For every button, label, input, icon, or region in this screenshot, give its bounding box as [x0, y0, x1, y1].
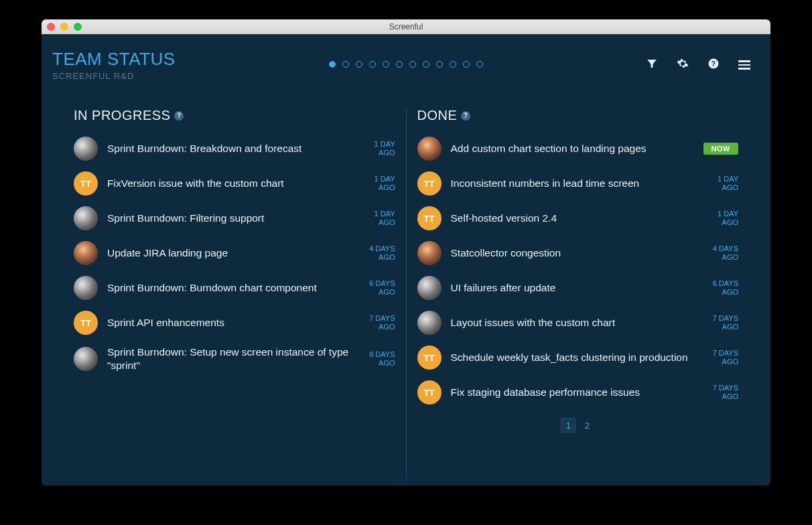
task-row[interactable]: Add custom chart section to landing page…: [417, 137, 739, 161]
task-title: Self-hosted version 2.4: [451, 212, 697, 225]
task-time: 7 DAYS AGO: [706, 349, 738, 366]
task-title: FixVersion issue with the custom chart: [107, 177, 354, 190]
task-title: Inconsistent numbers in lead time screen: [451, 177, 697, 190]
task-row[interactable]: Sprint Burndown: Setup new screen instan…: [74, 346, 395, 372]
column-title: DONE: [417, 108, 458, 123]
task-time: 7 DAYS AGO: [706, 384, 738, 401]
header-actions: ?: [646, 58, 750, 72]
task-title: Add custom chart section to landing page…: [451, 142, 694, 155]
carousel-dot[interactable]: [463, 61, 470, 68]
task-row[interactable]: TTFixVersion issue with the custom chart…: [74, 171, 395, 196]
task-title: UI failures after update: [451, 281, 697, 295]
task-row[interactable]: Layout issues with the custom chart7 DAY…: [417, 311, 739, 335]
task-time: 1 DAY AGO: [363, 210, 395, 227]
avatar: TT: [417, 206, 442, 230]
task-time: 1 DAY AGO: [706, 175, 738, 192]
avatar: TT: [74, 171, 98, 196]
task-title: Fix staging database performance issues: [451, 386, 697, 399]
task-row[interactable]: TTInconsistent numbers in lead time scre…: [417, 171, 739, 196]
carousel-dot[interactable]: [383, 61, 389, 68]
avatar: TT: [417, 171, 442, 196]
help-icon[interactable]: ?: [707, 58, 720, 72]
carousel-dots: [329, 61, 483, 68]
avatar: [417, 241, 442, 265]
task-time: 7 DAYS AGO: [706, 314, 738, 331]
column-divider: [406, 108, 407, 479]
filter-icon[interactable]: [646, 58, 658, 72]
help-badge-icon[interactable]: ?: [174, 111, 184, 121]
avatar: [74, 206, 98, 230]
task-row[interactable]: Sprint Burndown: Burndown chart componen…: [74, 276, 395, 300]
carousel-dot[interactable]: [409, 61, 416, 68]
task-title: Sprint Burndown: Setup new screen instan…: [107, 346, 354, 372]
avatar: [74, 276, 98, 300]
carousel-dot[interactable]: [369, 61, 376, 68]
column-header-in-progress: IN PROGRESS ?: [74, 108, 395, 123]
avatar: TT: [417, 380, 442, 404]
carousel-dot[interactable]: [423, 61, 429, 68]
page-button[interactable]: 2: [580, 418, 594, 433]
svg-text:?: ?: [712, 60, 716, 68]
carousel-dot[interactable]: [450, 61, 456, 68]
task-row[interactable]: TTSprint API enhancements7 DAYS AGO: [74, 311, 395, 335]
carousel-dot[interactable]: [476, 61, 483, 68]
task-row[interactable]: TTSelf-hosted version 2.41 DAY AGO: [417, 206, 739, 230]
task-time: 4 DAYS AGO: [363, 244, 395, 262]
carousel-dot[interactable]: [356, 61, 362, 68]
task-list-done: Add custom chart section to landing page…: [417, 137, 739, 404]
avatar: TT: [417, 346, 442, 370]
gear-icon[interactable]: [677, 58, 689, 72]
carousel-dot[interactable]: [436, 61, 443, 68]
task-time: 1 DAY AGO: [363, 140, 395, 157]
column-header-done: DONE ?: [417, 108, 739, 123]
traffic-lights: [47, 23, 82, 31]
header: TEAM STATUS SCREENFUL R&D ?: [42, 34, 770, 81]
window-title: Screenful: [42, 22, 770, 31]
minimize-button[interactable]: [60, 23, 68, 31]
column-in-progress: IN PROGRESS ? Sprint Burndown: Breakdown…: [68, 108, 401, 479]
task-title: Sprint API enhancements: [107, 316, 354, 329]
maximize-button[interactable]: [74, 23, 82, 31]
help-badge-icon[interactable]: ?: [461, 111, 470, 121]
carousel-dot[interactable]: [396, 61, 403, 68]
app-body: TEAM STATUS SCREENFUL R&D ?: [42, 34, 770, 485]
now-badge: NOW: [703, 143, 738, 155]
avatar: [417, 276, 442, 300]
app-window: Screenful TEAM STATUS SCREENFUL R&D ?: [42, 19, 770, 485]
column-done: DONE ? Add custom chart section to landi…: [412, 108, 744, 479]
pagination: 12: [417, 418, 739, 433]
task-row[interactable]: Update JIRA landing page4 DAYS AGO: [74, 241, 395, 265]
task-title: Update JIRA landing page: [107, 246, 354, 260]
task-title: Sprint Burndown: Filtering support: [107, 212, 354, 225]
column-title: IN PROGRESS: [74, 108, 170, 123]
columns: IN PROGRESS ? Sprint Burndown: Breakdown…: [42, 81, 770, 479]
task-time: 4 DAYS AGO: [706, 244, 738, 262]
task-title: Statcollector congestion: [451, 246, 697, 260]
task-time: 6 DAYS AGO: [706, 279, 738, 297]
page-button[interactable]: 1: [561, 418, 576, 433]
carousel-dot[interactable]: [342, 61, 349, 68]
task-time: 8 DAYS AGO: [363, 350, 395, 368]
avatar: [417, 311, 442, 335]
task-time: 1 DAY AGO: [706, 210, 738, 227]
avatar: [74, 347, 98, 371]
avatar: TT: [74, 311, 98, 335]
task-row[interactable]: TTSchedule weekly task_facts clustering …: [417, 346, 739, 370]
task-title: Schedule weekly task_facts clustering in…: [451, 351, 697, 364]
avatar: [74, 241, 98, 265]
close-button[interactable]: [47, 23, 55, 31]
task-row[interactable]: Sprint Burndown: Filtering support1 DAY …: [74, 206, 395, 230]
page-subtitle: SCREENFUL R&D: [52, 71, 176, 81]
task-title: Sprint Burndown: Breakdown and forecast: [107, 142, 354, 155]
carousel-dot[interactable]: [329, 61, 336, 68]
task-title: Sprint Burndown: Burndown chart componen…: [107, 281, 354, 295]
task-time: 1 DAY AGO: [363, 175, 395, 192]
task-time: 7 DAYS AGO: [363, 314, 395, 331]
page-title: TEAM STATUS: [52, 49, 176, 70]
titlebar: Screenful: [42, 19, 770, 34]
menu-icon[interactable]: [738, 60, 750, 70]
task-row[interactable]: Statcollector congestion4 DAYS AGO: [417, 241, 739, 265]
task-row[interactable]: Sprint Burndown: Breakdown and forecast1…: [74, 137, 395, 161]
task-row[interactable]: TTFix staging database performance issue…: [417, 380, 739, 404]
task-row[interactable]: UI failures after update6 DAYS AGO: [417, 276, 739, 300]
